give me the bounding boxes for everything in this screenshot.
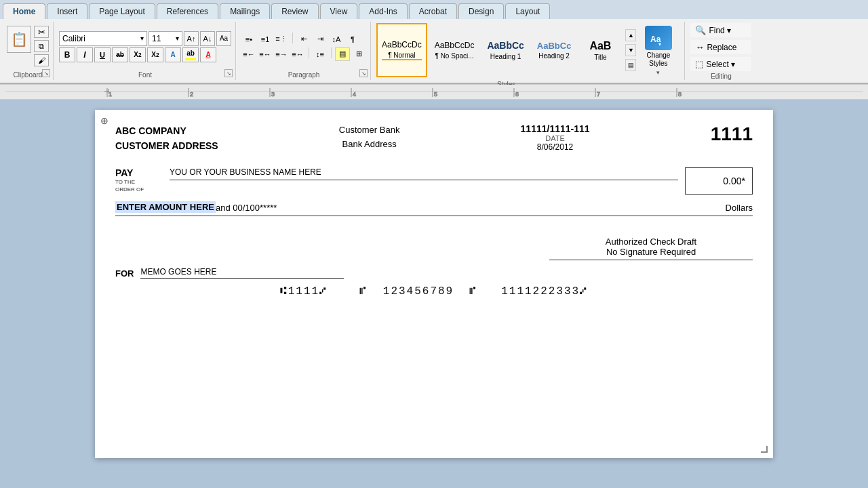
memo-field[interactable]: MEMO GOES HERE — [140, 267, 344, 279]
tab-design[interactable]: Design — [458, 3, 504, 19]
style-normal-label: ¶ Normal — [382, 52, 422, 60]
style-normal-preview: AaBbCcDc — [382, 40, 422, 49]
payee-field[interactable]: YOU OR YOUR BUSINESS NAME HERE — [170, 167, 678, 180]
ribbon-main: 📋 ✂ ⧉ 🖌 Clipboard ↘ Calibri ▾ — [0, 19, 868, 84]
tab-review[interactable]: Review — [271, 3, 318, 19]
select-label: Select ▾ — [706, 60, 735, 69]
select-icon: ⬚ — [695, 59, 703, 69]
style-heading2-label: Heading 2 — [538, 52, 570, 60]
svg-text:5: 5 — [434, 91, 437, 98]
change-styles-icon: Aa ▾ — [645, 26, 672, 50]
clear-format-button[interactable]: Aa — [216, 31, 231, 46]
decrease-indent-button[interactable]: ⇤ — [296, 33, 311, 46]
company-info: ABC COMPANY CUSTOMER ADDRESS — [115, 123, 218, 154]
multilevel-button[interactable]: ≡⋮ — [274, 33, 289, 46]
shading-button[interactable]: ▤ — [335, 47, 350, 61]
borders-button[interactable]: ⊞ — [351, 47, 366, 61]
paste-button[interactable]: 📋 — [7, 26, 31, 53]
micr-numbers: ⑆1111⑇ ⑈ 123456789 ⑈ 1111222333⑇ — [280, 285, 588, 298]
cut-button[interactable]: ✂ — [34, 26, 49, 38]
select-button[interactable]: ⬚ Select ▾ — [690, 57, 751, 71]
tab-references[interactable]: References — [157, 3, 218, 19]
styles-expand[interactable]: ▤ — [625, 59, 636, 71]
styles-scroll-down[interactable]: ▼ — [625, 44, 636, 56]
italic-button[interactable]: I — [77, 47, 93, 62]
tab-acrobat[interactable]: Acrobat — [409, 3, 457, 19]
justify-button[interactable]: ≡↔ — [290, 47, 305, 61]
style-heading2-button[interactable]: AaBbCc Heading 2 — [532, 23, 577, 77]
font-shrink-button[interactable]: A↓ — [200, 31, 215, 46]
micr-line: ⑆1111⑇ ⑈ 123456789 ⑈ 1111222333⑇ — [115, 285, 753, 298]
change-styles-button[interactable]: Aa ▾ ChangeStyles ▾ — [636, 23, 680, 79]
authorized-line1: Authorized Check Draft — [549, 237, 753, 247]
font-expand[interactable]: ↘ — [224, 69, 233, 77]
check-header: ABC COMPANY CUSTOMER ADDRESS Customer Ba… — [115, 123, 753, 154]
tab-mailings[interactable]: Mailings — [220, 3, 270, 19]
align-right-button[interactable]: ≡→ — [274, 47, 289, 61]
payee-name: YOU OR YOUR BUSINESS NAME HERE — [170, 167, 321, 177]
check-document: ⊕ ABC COMPANY CUSTOMER ADDRESS Customer … — [95, 110, 773, 458]
line-spacing-button[interactable]: ↕≡ — [313, 47, 328, 61]
numbering-button[interactable]: ≡1 — [258, 33, 273, 46]
format-painter-button[interactable]: 🖌 — [34, 54, 49, 66]
tab-page-layout[interactable]: Page Layout — [89, 3, 155, 19]
ribbon-group-styles: AaBbCcDc ¶ Normal AaBbCcDc ¶ No Spaci...… — [372, 22, 685, 80]
tab-home[interactable]: Home — [3, 3, 45, 19]
underline-button[interactable]: U — [94, 47, 111, 62]
style-title-button[interactable]: AaB Title — [578, 23, 622, 77]
tab-bar: Home Insert Page Layout References Maili… — [0, 0, 868, 19]
strikethrough-button[interactable]: ab — [112, 47, 128, 62]
font-size-selector[interactable]: 11 ▾ — [149, 31, 182, 46]
styles-scroll-up[interactable]: ▲ — [625, 29, 636, 41]
amount-words-highlight[interactable]: ENTER AMOUNT HERE — [115, 201, 216, 213]
font-grow-button[interactable]: A↑ — [184, 31, 199, 46]
style-nospacing-label: ¶ No Spaci... — [435, 52, 474, 60]
text-effects-button[interactable]: A — [165, 47, 181, 62]
paragraph-expand[interactable]: ↘ — [359, 69, 368, 77]
style-heading1-button[interactable]: AaBbCc Heading 1 — [481, 23, 529, 77]
ruler-inner: 1 2 3 4 5 6 7 8 ⊣ — [5, 85, 863, 99]
ribbon-container: Home Insert Page Layout References Maili… — [0, 0, 868, 85]
svg-text:3: 3 — [271, 91, 275, 98]
ribbon-group-editing: 🔍 Find ▾ ↔ Replace ⬚ Select ▾ Editing — [686, 22, 755, 80]
tab-view[interactable]: View — [320, 3, 358, 19]
to-order-label: TO THEORDER OF — [115, 178, 163, 193]
resize-handle[interactable] — [761, 446, 768, 453]
increase-indent-button[interactable]: ⇥ — [313, 33, 328, 46]
style-normal-button[interactable]: AaBbCcDc ¶ Normal — [376, 23, 427, 77]
table-handle[interactable]: ⊕ — [100, 115, 108, 126]
find-label: Find ▾ — [709, 26, 731, 35]
change-styles-label: ChangeStyles — [646, 52, 670, 68]
tab-layout[interactable]: Layout — [505, 3, 550, 19]
date-value: 8/06/2012 — [521, 142, 590, 152]
date-label: DATE — [521, 134, 590, 142]
align-center-button[interactable]: ≡↔ — [258, 47, 273, 61]
svg-text:8: 8 — [678, 91, 682, 98]
style-heading1-preview: AaBbCc — [487, 40, 524, 52]
text-highlight-button[interactable]: ab — [182, 47, 199, 62]
amount-box[interactable]: 0.00* — [685, 167, 753, 195]
font-name-selector[interactable]: Calibri ▾ — [59, 31, 147, 46]
font-color-button[interactable]: A — [200, 47, 216, 62]
find-button[interactable]: 🔍 Find ▾ — [690, 23, 751, 37]
bullets-button[interactable]: ≡• — [241, 33, 256, 46]
superscript-button[interactable]: X2 — [147, 47, 163, 62]
bold-button[interactable]: B — [59, 47, 75, 62]
replace-button[interactable]: ↔ Replace — [690, 40, 751, 54]
check-number-area: 1111 — [711, 123, 753, 145]
align-left-button[interactable]: ≡← — [241, 47, 256, 61]
style-nospacing-button[interactable]: AaBbCcDc ¶ No Spaci... — [429, 23, 480, 77]
style-heading2-preview: AaBbCc — [537, 41, 572, 52]
copy-button[interactable]: ⧉ — [34, 40, 49, 52]
subscript-button[interactable]: X2 — [130, 47, 146, 62]
pilcrow-button[interactable]: ¶ — [345, 33, 360, 46]
svg-text:▾: ▾ — [658, 41, 661, 47]
for-label: FOR — [115, 268, 134, 279]
authorized-text: Authorized Check Draft No Signature Requ… — [549, 237, 753, 260]
tab-addins[interactable]: Add-Ins — [359, 3, 407, 19]
tab-insert[interactable]: Insert — [47, 3, 87, 19]
sort-button[interactable]: ↕A — [329, 33, 344, 46]
ribbon-group-font: Calibri ▾ 11 ▾ A↑ A↓ Aa B I U — [55, 22, 236, 80]
clipboard-expand[interactable]: ↘ — [42, 69, 50, 77]
check-number: 1111 — [711, 123, 753, 145]
